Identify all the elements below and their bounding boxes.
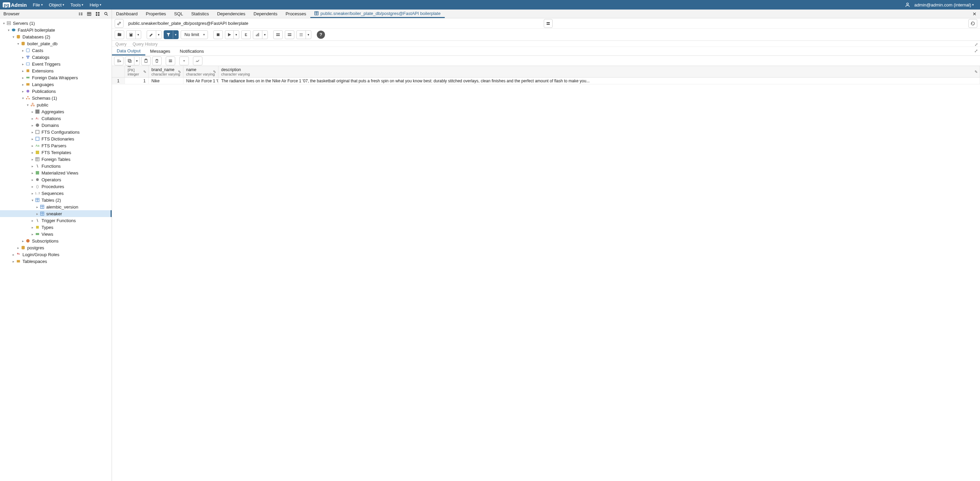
menu-help[interactable]: Help▾ xyxy=(87,1,104,9)
collapse-icon[interactable]: ▾ xyxy=(25,103,30,107)
tree-databases[interactable]: ▾Databases (2) xyxy=(0,33,111,40)
app-logo[interactable]: pgAdmin xyxy=(2,2,30,8)
reset-layout-button[interactable] xyxy=(969,19,977,28)
collapse-icon[interactable]: ▾ xyxy=(11,35,16,39)
expand-icon[interactable]: ▸ xyxy=(16,246,21,250)
column-header-desc[interactable]: description character varying ✎ xyxy=(218,66,980,77)
stop-button[interactable] xyxy=(213,30,223,39)
tree-table-alembic[interactable]: ▸alembic_version xyxy=(0,203,111,210)
expand-icon[interactable]: ▸ xyxy=(30,157,35,161)
graph-visualizer-button[interactable] xyxy=(193,57,202,65)
collapse-icon[interactable]: ▾ xyxy=(21,96,25,100)
pencil-icon[interactable]: ✎ xyxy=(975,70,978,74)
cell-brand[interactable]: Nike xyxy=(149,78,183,84)
expand-icon[interactable]: ▸ xyxy=(30,130,35,134)
tree-node[interactable]: ▾Schemas (1) xyxy=(0,95,111,102)
expand-icon[interactable]: ▸ xyxy=(30,225,35,229)
tree-node[interactable]: ▸Views xyxy=(0,231,111,237)
download-button[interactable] xyxy=(179,57,189,65)
commit-button[interactable] xyxy=(273,30,283,39)
user-menu[interactable]: admin@admin.com (internal)▾ xyxy=(912,1,977,9)
expand-panel-icon[interactable]: ⤢ xyxy=(974,48,978,53)
menu-file[interactable]: File▾ xyxy=(30,1,46,9)
tab-statistics[interactable]: Statistics xyxy=(187,10,213,18)
tree-tablespaces[interactable]: ▸Tablespaces xyxy=(0,258,111,265)
tree-node[interactable]: ▸Casts xyxy=(0,47,111,54)
delete-row-button[interactable] xyxy=(152,57,162,65)
tab-processes[interactable]: Processes xyxy=(282,10,310,18)
tree-node[interactable]: ▸Foreign Data Wrappers xyxy=(0,74,111,81)
tab-dependents[interactable]: Dependents xyxy=(250,10,282,18)
tree-node[interactable]: ▸FTS Configurations xyxy=(0,129,111,135)
rownum-header[interactable] xyxy=(112,66,125,77)
tab-data-output[interactable]: Data Output xyxy=(112,47,145,56)
filter-button[interactable]: ▾ xyxy=(164,30,179,39)
tree-node[interactable]: ▸Event Triggers xyxy=(0,60,111,67)
expand-icon[interactable]: ▸ xyxy=(21,49,25,52)
expand-icon[interactable]: ▸ xyxy=(30,110,35,114)
chevron-down-icon[interactable]: ▾ xyxy=(306,33,311,37)
connection-status-button[interactable] xyxy=(115,19,124,28)
query-tool-icon[interactable] xyxy=(76,10,85,18)
view-data-icon[interactable] xyxy=(85,10,93,18)
menu-tools[interactable]: Tools▾ xyxy=(68,1,86,9)
explain-button[interactable]: E xyxy=(241,30,251,39)
expand-icon[interactable]: ▸ xyxy=(30,117,35,121)
chevron-down-icon[interactable]: ▾ xyxy=(262,33,267,37)
copy-button[interactable]: ▾ xyxy=(125,57,140,65)
save-data-button[interactable] xyxy=(166,57,175,65)
row-number[interactable]: 1 xyxy=(112,78,125,84)
edit-button[interactable]: ▾ xyxy=(147,30,162,39)
filter-icon[interactable] xyxy=(93,10,102,18)
tree-node[interactable]: ▸1..3Sequences xyxy=(0,190,111,197)
tab-messages[interactable]: Messages xyxy=(145,47,175,56)
tree-db[interactable]: ▾boiler_plate_db xyxy=(0,40,111,47)
tab-query[interactable]: Query xyxy=(115,42,127,47)
tree-node[interactable]: ▸Foreign Tables xyxy=(0,156,111,163)
expand-icon[interactable]: ▸ xyxy=(30,185,35,189)
tree-node[interactable]: ▸A↓Collations xyxy=(0,115,111,122)
expand-icon[interactable]: ▸ xyxy=(11,260,16,263)
expand-icon[interactable]: ▸ xyxy=(30,171,35,175)
cell-id[interactable]: 1 xyxy=(125,78,149,84)
collapse-icon[interactable]: ▾ xyxy=(16,42,21,46)
expand-icon[interactable]: ▸ xyxy=(21,89,25,93)
tab-query-history[interactable]: Query History xyxy=(133,42,158,47)
column-header-brand[interactable]: brand_name character varying ✎ xyxy=(149,66,183,77)
column-header-name[interactable]: name character varying ✎ xyxy=(183,66,218,77)
expand-icon[interactable]: ▸ xyxy=(30,232,35,236)
tree-node[interactable]: ▸Extensions xyxy=(0,67,111,74)
tree-tables[interactable]: ▾Tables (2) xyxy=(0,197,111,203)
rollback-button[interactable] xyxy=(285,30,294,39)
expand-icon[interactable]: ▸ xyxy=(21,56,25,59)
expand-icon[interactable]: ▸ xyxy=(30,164,35,168)
object-tree[interactable]: ▾Servers (1) ▾FastAPI boilerplate ▾Datab… xyxy=(0,18,111,481)
explain-analyze-button[interactable]: ▾ xyxy=(253,30,268,39)
chevron-down-icon[interactable]: ▾ xyxy=(234,33,239,37)
save-button[interactable]: ▾ xyxy=(126,30,141,39)
chevron-down-icon[interactable]: ▾ xyxy=(136,33,141,37)
menu-object[interactable]: Object▾ xyxy=(46,1,67,9)
tree-node[interactable]: ▸Trigger Functions xyxy=(0,217,111,224)
macros-button[interactable]: ▾ xyxy=(296,30,311,39)
tree-node[interactable]: ▸Functions xyxy=(0,163,111,170)
collapse-icon[interactable]: ▾ xyxy=(2,21,6,25)
tree-node[interactable]: ▸FTS Dictionaries xyxy=(0,135,111,142)
tree-node[interactable]: ▸Types xyxy=(0,224,111,231)
tree-node[interactable]: ▸Domains xyxy=(0,122,111,129)
tab-properties[interactable]: Properties xyxy=(142,10,170,18)
search-icon[interactable] xyxy=(102,10,110,18)
tab-querytool[interactable]: public.sneaker/boiler_plate_db/postgres@… xyxy=(310,10,445,18)
tree-table-sneaker[interactable]: ▸sneaker xyxy=(0,210,111,217)
tree-node[interactable]: ▸Languages xyxy=(0,81,111,88)
tab-dependencies[interactable]: Dependencies xyxy=(213,10,250,18)
expand-icon[interactable]: ▸ xyxy=(11,253,16,257)
tree-node[interactable]: ▸Operators xyxy=(0,176,111,183)
pencil-icon[interactable]: ✎ xyxy=(178,70,181,74)
tree-roles[interactable]: ▸Login/Group Roles xyxy=(0,251,111,258)
tab-dashboard[interactable]: Dashboard xyxy=(112,10,142,18)
collapse-icon[interactable]: ▾ xyxy=(30,198,35,202)
tree-node[interactable]: ▸Subscriptions xyxy=(0,237,111,244)
expand-icon[interactable]: ▸ xyxy=(30,151,35,154)
column-header-id[interactable]: id [PK] integer ✎ xyxy=(125,66,149,77)
